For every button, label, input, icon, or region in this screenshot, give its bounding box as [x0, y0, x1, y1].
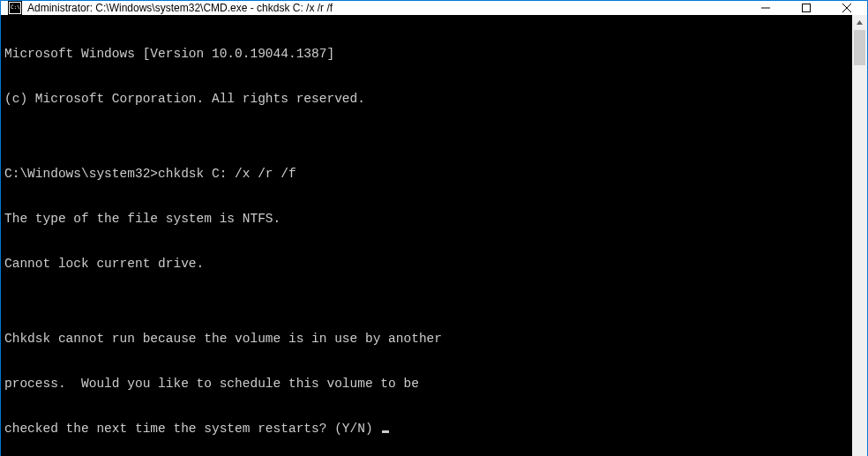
console-line: Cannot lock current drive.	[4, 257, 849, 272]
scroll-thumb[interactable]	[854, 30, 865, 65]
svg-text:C:\: C:\	[11, 4, 20, 10]
console-cursor	[382, 430, 389, 433]
client-area: Microsoft Windows [Version 10.0.19044.13…	[1, 15, 867, 456]
console-line: (c) Microsoft Corporation. All rights re…	[4, 92, 849, 107]
window-title: Administrator: C:\Windows\system32\CMD.e…	[27, 2, 745, 14]
console-question: checked the next time the system restart…	[4, 422, 380, 436]
scroll-up-button[interactable]	[852, 15, 867, 30]
window-controls	[745, 1, 867, 15]
close-button[interactable]	[827, 1, 867, 15]
console-prompt: C:\Windows\system32>	[4, 167, 158, 181]
console-line: Microsoft Windows [Version 10.0.19044.13…	[4, 47, 849, 62]
console-command: chkdsk C: /x /r /f	[158, 167, 296, 181]
maximize-button[interactable]	[786, 1, 827, 15]
console-line: The type of the file system is NTFS.	[4, 212, 849, 227]
console-command-line: C:\Windows\system32>chkdsk C: /x /r /f	[4, 167, 849, 182]
titlebar[interactable]: C:\ Administrator: C:\Windows\system32\C…	[1, 1, 867, 15]
svg-rect-5	[803, 4, 811, 12]
console-line: process. Would you like to schedule this…	[4, 377, 849, 392]
console-prompt-line: checked the next time the system restart…	[4, 422, 849, 437]
cmd-icon: C:\	[8, 1, 22, 15]
scroll-track[interactable]	[852, 30, 867, 453]
svg-marker-8	[857, 20, 863, 25]
cmd-window: C:\ Administrator: C:\Windows\system32\C…	[1, 1, 867, 455]
minimize-button[interactable]	[745, 1, 786, 15]
console-output[interactable]: Microsoft Windows [Version 10.0.19044.13…	[1, 15, 852, 456]
console-line: Chkdsk cannot run because the volume is …	[4, 332, 849, 347]
vertical-scrollbar[interactable]	[852, 15, 867, 456]
